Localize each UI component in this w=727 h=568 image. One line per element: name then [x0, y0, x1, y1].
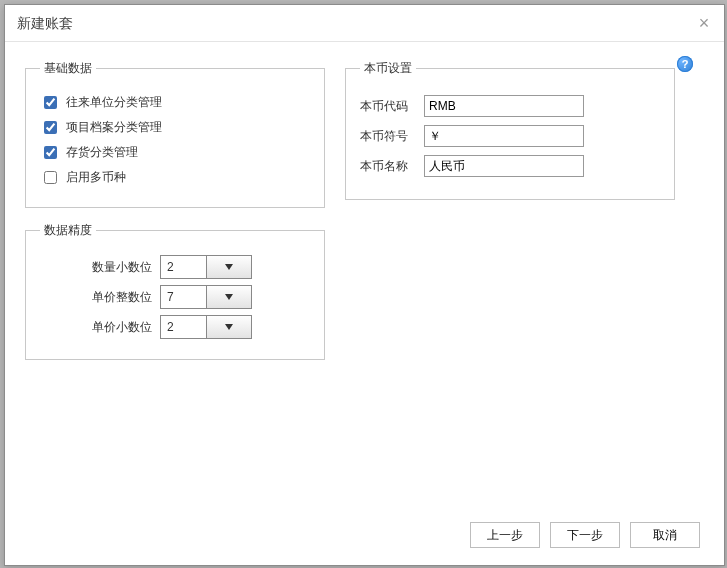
currency-code-input[interactable] — [424, 95, 584, 117]
combo-value: 2 — [161, 320, 206, 334]
currency-legend: 本币设置 — [360, 60, 416, 77]
checkbox-label: 启用多币种 — [66, 169, 126, 186]
help-icon[interactable]: ? — [677, 56, 693, 72]
precision-label: 单价小数位 — [80, 319, 152, 336]
currency-row-code: 本币代码 — [360, 95, 660, 117]
combo-value: 7 — [161, 290, 206, 304]
next-button[interactable]: 下一步 — [550, 522, 620, 548]
currency-row-name: 本币名称 — [360, 155, 660, 177]
close-icon[interactable]: × — [694, 13, 714, 33]
currency-symbol-input[interactable] — [424, 125, 584, 147]
currency-label: 本币符号 — [360, 128, 418, 145]
currency-label: 本币代码 — [360, 98, 418, 115]
checkbox-row-contact-category: 往来单位分类管理 — [40, 93, 310, 112]
combo-qty-decimals[interactable]: 2 — [160, 255, 252, 279]
precision-label: 单价整数位 — [80, 289, 152, 306]
chevron-down-icon — [206, 256, 252, 278]
combo-value: 2 — [161, 260, 206, 274]
prev-button[interactable]: 上一步 — [470, 522, 540, 548]
dialog-title: 新建账套 — [17, 15, 73, 31]
currency-group: 本币设置 本币代码 本币符号 本币名称 — [345, 60, 675, 200]
checkbox-label: 项目档案分类管理 — [66, 119, 162, 136]
checkbox-row-multi-currency: 启用多币种 — [40, 168, 310, 187]
basic-data-legend: 基础数据 — [40, 60, 96, 77]
data-precision-legend: 数据精度 — [40, 222, 96, 239]
precision-row-price-dec: 单价小数位 2 — [40, 315, 310, 339]
currency-row-symbol: 本币符号 — [360, 125, 660, 147]
chevron-down-icon — [206, 286, 252, 308]
basic-data-group: 基础数据 往来单位分类管理 项目档案分类管理 存货分类管理 — [25, 60, 325, 208]
combo-price-int[interactable]: 7 — [160, 285, 252, 309]
checkbox-label: 往来单位分类管理 — [66, 94, 162, 111]
checkbox-row-project-category: 项目档案分类管理 — [40, 118, 310, 137]
dialog-footer: 上一步 下一步 取消 — [5, 505, 724, 565]
checkbox-label: 存货分类管理 — [66, 144, 138, 161]
checkbox-contact-category[interactable] — [44, 96, 57, 109]
chevron-down-icon — [206, 316, 252, 338]
cancel-button[interactable]: 取消 — [630, 522, 700, 548]
dialog-body: 基础数据 往来单位分类管理 项目档案分类管理 存货分类管理 — [5, 42, 724, 505]
precision-row-qty-decimals: 数量小数位 2 — [40, 255, 310, 279]
currency-name-input[interactable] — [424, 155, 584, 177]
precision-label: 数量小数位 — [80, 259, 152, 276]
checkbox-project-category[interactable] — [44, 121, 57, 134]
checkbox-inventory-category[interactable] — [44, 146, 57, 159]
dialog-titlebar: 新建账套 × — [5, 5, 724, 42]
combo-price-dec[interactable]: 2 — [160, 315, 252, 339]
checkbox-row-inventory-category: 存货分类管理 — [40, 143, 310, 162]
currency-label: 本币名称 — [360, 158, 418, 175]
new-ledger-dialog: 新建账套 × 基础数据 往来单位分类管理 项目档案分类管理 — [4, 4, 725, 566]
data-precision-group: 数据精度 数量小数位 2 单价整数位 7 — [25, 222, 325, 360]
checkbox-multi-currency[interactable] — [44, 171, 57, 184]
precision-row-price-int: 单价整数位 7 — [40, 285, 310, 309]
